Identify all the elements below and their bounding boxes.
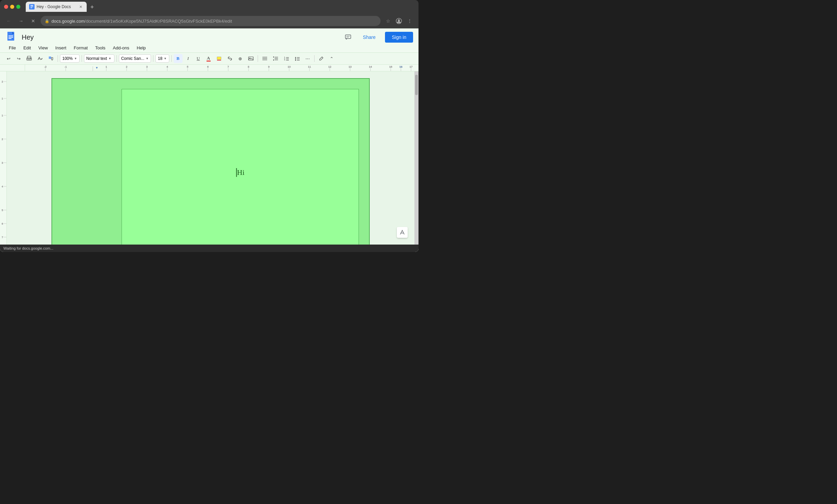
toolbar-sep-5 [171, 55, 172, 62]
status-bar: Waiting for docs.google.com... [0, 245, 418, 252]
svg-text:-1: -1 [64, 65, 67, 68]
align-button[interactable] [260, 54, 269, 63]
svg-text:2: 2 [2, 80, 3, 83]
title-bar: Hey - Google Docs ✕ + [0, 0, 418, 14]
toolbar-sep-7 [314, 55, 315, 62]
menu-icon[interactable]: ⋮ [405, 16, 414, 26]
toolbar-sep-6 [258, 55, 258, 62]
active-tab[interactable]: Hey - Google Docs ✕ [26, 2, 87, 12]
menu-view[interactable]: View [35, 44, 51, 52]
size-dropdown-arrow: ▼ [164, 57, 167, 60]
svg-rect-1 [31, 5, 33, 6]
docs-toolbar: ↩ ↪ 100% ▼ Normal text ▼ Comi [0, 52, 418, 64]
svg-text:7: 7 [2, 236, 3, 239]
minimize-window-button[interactable] [10, 5, 14, 9]
svg-text:5: 5 [187, 65, 189, 68]
style-select[interactable]: Normal text ▼ [84, 54, 114, 62]
italic-button[interactable]: I [184, 54, 193, 63]
tabs-area: Hey - Google Docs ✕ + [26, 2, 414, 12]
scrollbar-thumb[interactable] [415, 75, 418, 95]
doc-content-area[interactable]: Hi [122, 89, 359, 245]
menu-file[interactable]: File [5, 44, 19, 52]
reload-button[interactable]: ✕ [29, 16, 38, 26]
new-tab-button[interactable]: + [87, 2, 97, 12]
traffic-lights [4, 5, 20, 9]
ruler-area: -2 -1 ▼ 1 2 3 4 5 6 7 8 9 10 11 [0, 64, 418, 71]
insert-image-button[interactable] [246, 54, 256, 63]
menu-format[interactable]: Format [70, 44, 91, 52]
menu-insert[interactable]: Insert [52, 44, 70, 52]
comment-button[interactable] [343, 32, 354, 43]
svg-text:16: 16 [399, 65, 403, 68]
size-value: 18 [158, 56, 162, 61]
address-bar-actions: ☆ ⋮ [383, 16, 414, 26]
zoom-value: 100% [62, 56, 73, 61]
share-button[interactable]: Share [356, 32, 382, 43]
svg-rect-2 [31, 6, 33, 7]
insert-link-button[interactable] [225, 54, 235, 63]
size-select[interactable]: 18 ▼ [156, 54, 169, 62]
doc-scroll[interactable]: Hi [7, 71, 414, 245]
font-dropdown-arrow: ▼ [146, 57, 149, 60]
bulleted-list-button[interactable] [292, 54, 302, 63]
svg-text:17: 17 [410, 65, 413, 68]
profile-icon[interactable] [394, 16, 404, 26]
bookmark-icon[interactable]: ☆ [383, 16, 393, 26]
docs-menubar: File Edit View Insert Format Tools Add-o… [0, 43, 418, 52]
svg-text:13: 13 [349, 65, 352, 68]
docs-title-area: Hey [22, 33, 339, 41]
collapse-toolbar-button[interactable]: ⌃ [327, 54, 336, 63]
svg-text:2: 2 [2, 138, 3, 141]
underline-button[interactable]: U [194, 54, 203, 63]
svg-text:6: 6 [207, 65, 209, 68]
svg-point-5 [398, 19, 400, 21]
svg-point-36 [295, 57, 296, 58]
numbered-list-button[interactable]: 1.2.3. [282, 54, 291, 63]
editing-mode-button[interactable] [317, 54, 326, 63]
svg-text:9: 9 [268, 65, 270, 68]
bold-button[interactable]: B [174, 54, 182, 63]
svg-text:-2: -2 [44, 65, 47, 68]
back-button[interactable]: ← [4, 16, 14, 26]
more-options-button[interactable]: ⋯ [303, 54, 312, 63]
tab-title: Hey - Google Docs [37, 4, 76, 9]
docs-title[interactable]: Hey [22, 33, 339, 41]
menu-help[interactable]: Help [133, 44, 149, 52]
maximize-window-button[interactable] [16, 5, 20, 9]
redo-button[interactable]: ↪ [14, 54, 23, 63]
print-button[interactable] [24, 54, 34, 63]
text-color-button[interactable]: A [204, 54, 213, 63]
close-window-button[interactable] [4, 5, 8, 9]
svg-rect-9 [8, 37, 13, 38]
menu-edit[interactable]: Edit [20, 44, 34, 52]
svg-rect-8 [8, 36, 13, 36]
svg-rect-21 [217, 60, 221, 60]
ssl-icon: 🔒 [45, 19, 50, 23]
svg-rect-11 [345, 35, 351, 39]
undo-button[interactable]: ↩ [4, 54, 13, 63]
doc-text-content[interactable]: Hi [236, 168, 245, 177]
svg-rect-22 [249, 57, 253, 60]
zoom-select[interactable]: 100% ▼ [60, 54, 79, 62]
insert-special-button[interactable]: ⊕ [236, 54, 245, 63]
url-bar[interactable]: 🔒 docs.google.com/document/d/1w5oKxKope5… [41, 16, 380, 26]
menu-addons[interactable]: Add-ons [109, 44, 132, 52]
smart-compose-button[interactable] [397, 227, 408, 238]
font-select[interactable]: Comic San... ▼ [119, 54, 152, 62]
ruler-corner [0, 64, 25, 71]
line-spacing-button[interactable] [271, 54, 280, 63]
spell-check-button[interactable] [35, 54, 45, 63]
svg-rect-16 [28, 59, 31, 60]
svg-text:5: 5 [2, 209, 3, 211]
svg-text:11: 11 [308, 65, 311, 68]
highlight-color-button[interactable] [214, 54, 224, 63]
vertical-scrollbar[interactable] [414, 71, 418, 245]
paint-format-button[interactable] [46, 54, 55, 63]
menu-tools[interactable]: Tools [92, 44, 109, 52]
svg-text:1: 1 [2, 114, 3, 117]
svg-text:3: 3 [146, 65, 148, 68]
toolbar-sep-1 [57, 55, 58, 62]
tab-close-button[interactable]: ✕ [78, 4, 83, 10]
forward-button[interactable]: → [16, 16, 26, 26]
signin-button[interactable]: Sign in [385, 32, 413, 43]
